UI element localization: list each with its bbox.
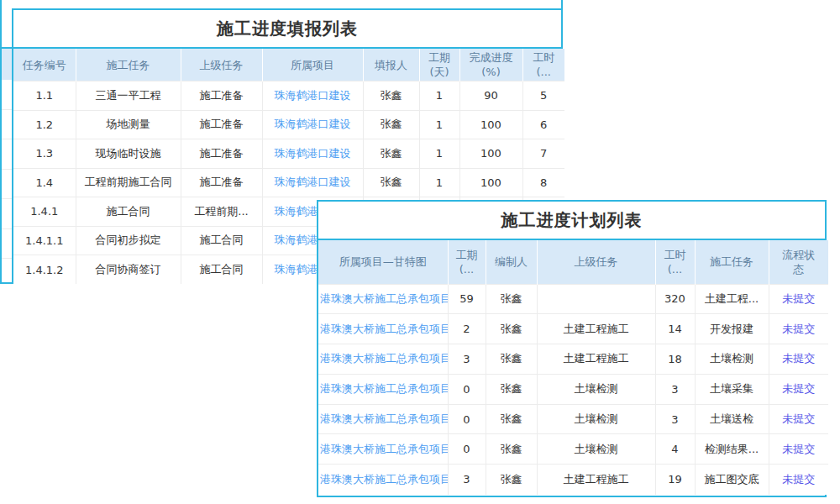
cell-task: 三通一平工程	[76, 81, 181, 111]
cell-duration: 2	[448, 314, 486, 344]
cell-creator: 张鑫	[486, 374, 537, 404]
column-header-creator: 编制人	[486, 240, 537, 284]
table-row: 港珠澳大桥施工总承包项目3张鑫土建工程施工18土壤检测未提交	[318, 344, 828, 375]
cell-status: 未提交	[769, 374, 828, 404]
cell-project: 港珠澳大桥施工总承包项目	[318, 374, 448, 404]
project-link[interactable]: 珠海鹤港口建设	[275, 176, 351, 188]
column-header-hours: 工时 (...	[655, 240, 695, 284]
cell-task: 场地测量	[76, 110, 181, 139]
cell-parent: 土建工程施工	[537, 344, 655, 375]
column-header-parent: 上级任务	[181, 49, 262, 81]
cell-parent: 土建工程施工	[537, 314, 655, 344]
cell-parent: 工程前期...	[181, 197, 262, 227]
cell-id: 1.3	[13, 139, 76, 169]
cell-status: 未提交	[769, 284, 828, 314]
cell-duration: 1	[419, 81, 459, 111]
cell-parent: 土壤检测	[537, 404, 655, 434]
cell-duration: 3	[448, 344, 486, 375]
cell-id: 1.4	[13, 168, 76, 197]
cell-progress: 100	[459, 139, 522, 169]
project-link[interactable]: 珠海鹤港口建设	[275, 118, 351, 130]
project-link[interactable]: 港珠澳大桥施工总承包项目	[320, 473, 448, 486]
cell-parent: 施工准备	[181, 139, 262, 169]
progress-plan-title: 施工进度计划列表	[318, 202, 825, 240]
progress-report-title: 施工进度填报列表	[13, 10, 561, 49]
project-link[interactable]: 珠海鹤港口建设	[275, 147, 351, 160]
column-header-hours: 工时 (...	[522, 49, 564, 81]
cell-project: 珠海鹤港口建设	[262, 81, 363, 111]
cell-task: 施工图交底	[695, 465, 769, 495]
cell-project: 港珠澳大桥施工总承包项目	[318, 284, 448, 314]
cell-duration: 1	[419, 168, 459, 197]
cell-project: 港珠澳大桥施工总承包项目	[318, 434, 448, 465]
cell-id: 1.4.1.1	[13, 226, 76, 255]
cell-task: 工程前期施工合同	[76, 168, 181, 197]
table-row: 1.2场地测量施工准备珠海鹤港口建设张鑫11006	[13, 110, 564, 139]
cell-id: 1.4.1.2	[13, 255, 76, 285]
cell-status: 未提交	[769, 314, 828, 344]
cell-reporter: 张鑫	[363, 110, 419, 139]
cell-status: 未提交	[769, 465, 828, 495]
status-link[interactable]: 未提交	[782, 412, 815, 425]
column-header-status: 流程状 态	[769, 240, 828, 284]
column-header-task: 施工任务	[76, 49, 181, 81]
cell-creator: 张鑫	[486, 404, 537, 434]
status-link[interactable]: 未提交	[782, 443, 815, 455]
project-link[interactable]: 港珠澳大桥施工总承包项目	[320, 323, 448, 335]
cell-hours: 18	[655, 344, 695, 375]
project-link[interactable]: 珠海鹤港口建设	[275, 89, 351, 102]
cell-duration: 1	[419, 139, 459, 169]
table-row: 港珠澳大桥施工总承包项目0张鑫土壤检测3土壤送检未提交	[318, 404, 828, 434]
project-link[interactable]: 港珠澳大桥施工总承包项目	[320, 382, 448, 395]
cell-status: 未提交	[769, 344, 828, 375]
status-link[interactable]: 未提交	[782, 382, 815, 395]
cell-parent: 施工合同	[181, 255, 262, 285]
progress-plan-table: 所属项目—甘特图工期 (...编制人上级任务工时 (...施工任务流程状 态 港…	[318, 240, 828, 495]
status-link[interactable]: 未提交	[782, 352, 815, 365]
project-link[interactable]: 港珠澳大桥施工总承包项目	[320, 292, 448, 305]
cell-creator: 张鑫	[486, 344, 537, 375]
project-link[interactable]: 港珠澳大桥施工总承包项目	[320, 352, 448, 365]
progress-plan-window: 施工进度计划列表 所属项目—甘特图工期 (...编制人上级任务工时 (...施工…	[317, 200, 827, 497]
progress-report-table-header: 任务编号施工任务上级任务所属项目填报人工期 (天)完成进度 (%)工时 (...	[13, 49, 564, 81]
cell-task: 检测结果...	[695, 434, 769, 465]
progress-plan-table-body: 港珠澳大桥施工总承包项目59张鑫320土建工程...未提交港珠澳大桥施工总承包项…	[318, 284, 828, 495]
column-header-task: 施工任务	[695, 240, 769, 284]
cell-progress: 90	[459, 81, 522, 111]
cell-project: 港珠澳大桥施工总承包项目	[318, 344, 448, 375]
cell-hours: 19	[655, 465, 695, 495]
table-row: 港珠澳大桥施工总承包项目2张鑫土建工程施工14开发报建未提交	[318, 314, 828, 344]
cell-task: 开发报建	[695, 314, 769, 344]
cell-reporter: 张鑫	[363, 139, 419, 169]
cell-hours: 5	[522, 81, 564, 111]
cell-parent: 施工准备	[181, 168, 262, 197]
progress-plan-table-header: 所属项目—甘特图工期 (...编制人上级任务工时 (...施工任务流程状 态	[318, 240, 828, 284]
cell-duration: 0	[448, 374, 486, 404]
cell-task: 土壤检测	[695, 344, 769, 375]
cell-task: 土壤送检	[695, 404, 769, 434]
cell-duration: 0	[448, 434, 486, 465]
cell-id: 1.4.1	[13, 197, 76, 227]
cell-creator: 张鑫	[486, 465, 537, 495]
table-row: 港珠澳大桥施工总承包项目0张鑫土壤检测4检测结果...未提交	[318, 434, 828, 465]
project-link[interactable]: 港珠澳大桥施工总承包项目	[320, 443, 448, 455]
header-row: 所属项目—甘特图工期 (...编制人上级任务工时 (...施工任务流程状 态	[318, 240, 828, 284]
cell-status: 未提交	[769, 404, 828, 434]
cell-duration: 0	[448, 404, 486, 434]
cell-id: 1.1	[13, 81, 76, 111]
cell-project: 港珠澳大桥施工总承包项目	[318, 465, 448, 495]
cell-hours: 3	[655, 404, 695, 434]
project-link[interactable]: 港珠澳大桥施工总承包项目	[320, 412, 448, 425]
cell-task: 土建工程...	[695, 284, 769, 314]
cell-reporter: 张鑫	[363, 168, 419, 197]
status-link[interactable]: 未提交	[782, 292, 815, 305]
status-link[interactable]: 未提交	[782, 473, 815, 486]
column-header-duration: 工期 (...	[448, 240, 486, 284]
cell-parent	[537, 284, 655, 314]
cell-duration: 3	[448, 465, 486, 495]
status-link[interactable]: 未提交	[782, 323, 815, 335]
cell-task: 合同协商签订	[76, 255, 181, 285]
cell-project: 港珠澳大桥施工总承包项目	[318, 404, 448, 434]
cell-progress: 100	[459, 168, 522, 197]
column-header-id: 任务编号	[13, 49, 76, 81]
